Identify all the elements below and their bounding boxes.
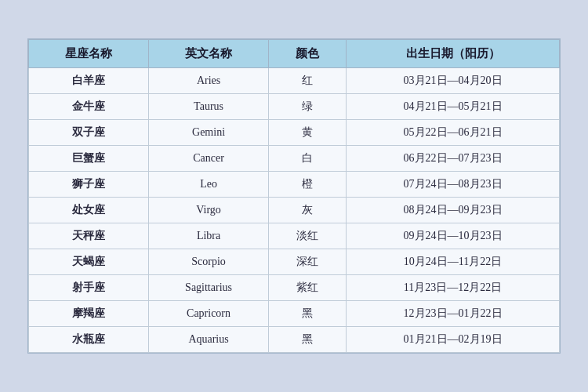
col-header-color: 颜色 <box>269 40 347 68</box>
table-row: 摩羯座Capricorn黑12月23日—01月22日 <box>29 301 560 327</box>
cell-color: 红 <box>269 68 347 94</box>
cell-color: 橙 <box>269 172 347 198</box>
col-header-chinese: 星座名称 <box>29 40 149 68</box>
cell-chinese: 射手座 <box>29 275 149 301</box>
cell-chinese: 白羊座 <box>29 68 149 94</box>
table-header-row: 星座名称 英文名称 颜色 出生日期（阳历） <box>29 40 560 68</box>
cell-english: Sagittarius <box>149 275 269 301</box>
table-row: 处女座Virgo灰08月24日—09月23日 <box>29 198 560 223</box>
cell-english: Leo <box>149 172 269 198</box>
cell-color: 淡红 <box>269 223 347 249</box>
table-row: 狮子座Leo橙07月24日—08月23日 <box>29 172 560 198</box>
cell-chinese: 金牛座 <box>29 94 149 120</box>
cell-chinese: 巨蟹座 <box>29 146 149 172</box>
table-row: 天蝎座Scorpio深红10月24日—11月22日 <box>29 249 560 275</box>
cell-chinese: 天秤座 <box>29 223 149 249</box>
table-row: 白羊座Aries红03月21日—04月20日 <box>29 68 560 94</box>
cell-chinese: 狮子座 <box>29 172 149 198</box>
cell-english: Capricorn <box>149 301 269 327</box>
cell-english: Taurus <box>149 94 269 120</box>
cell-english: Virgo <box>149 198 269 223</box>
cell-dates: 07月24日—08月23日 <box>347 172 560 198</box>
cell-chinese: 处女座 <box>29 198 149 223</box>
col-header-english: 英文名称 <box>149 40 269 68</box>
cell-color: 白 <box>269 146 347 172</box>
cell-dates: 09月24日—10月23日 <box>347 223 560 249</box>
cell-chinese: 摩羯座 <box>29 301 149 327</box>
cell-english: Gemini <box>149 120 269 146</box>
cell-chinese: 双子座 <box>29 120 149 146</box>
cell-color: 黑 <box>269 301 347 327</box>
cell-chinese: 水瓶座 <box>29 327 149 353</box>
table-row: 巨蟹座Cancer白06月22日—07月23日 <box>29 146 560 172</box>
cell-color: 紫红 <box>269 275 347 301</box>
table-row: 射手座Sagittarius紫红11月23日—12月22日 <box>29 275 560 301</box>
cell-english: Libra <box>149 223 269 249</box>
cell-chinese: 天蝎座 <box>29 249 149 275</box>
zodiac-table-container: 星座名称 英文名称 颜色 出生日期（阳历） 白羊座Aries红03月21日—04… <box>27 38 561 354</box>
cell-dates: 05月22日—06月21日 <box>347 120 560 146</box>
table-row: 天秤座Libra淡红09月24日—10月23日 <box>29 223 560 249</box>
cell-dates: 04月21日—05月21日 <box>347 94 560 120</box>
table-row: 水瓶座Aquarius黑01月21日—02月19日 <box>29 327 560 353</box>
cell-dates: 12月23日—01月22日 <box>347 301 560 327</box>
cell-dates: 08月24日—09月23日 <box>347 198 560 223</box>
cell-dates: 01月21日—02月19日 <box>347 327 560 353</box>
table-row: 金牛座Taurus绿04月21日—05月21日 <box>29 94 560 120</box>
cell-dates: 03月21日—04月20日 <box>347 68 560 94</box>
col-header-dates: 出生日期（阳历） <box>347 40 560 68</box>
cell-dates: 10月24日—11月22日 <box>347 249 560 275</box>
cell-english: Aquarius <box>149 327 269 353</box>
cell-dates: 06月22日—07月23日 <box>347 146 560 172</box>
cell-color: 灰 <box>269 198 347 223</box>
cell-dates: 11月23日—12月22日 <box>347 275 560 301</box>
table-row: 双子座Gemini黄05月22日—06月21日 <box>29 120 560 146</box>
zodiac-table: 星座名称 英文名称 颜色 出生日期（阳历） 白羊座Aries红03月21日—04… <box>28 39 560 353</box>
cell-color: 绿 <box>269 94 347 120</box>
cell-english: Aries <box>149 68 269 94</box>
cell-english: Scorpio <box>149 249 269 275</box>
cell-color: 黑 <box>269 327 347 353</box>
cell-color: 深红 <box>269 249 347 275</box>
cell-english: Cancer <box>149 146 269 172</box>
cell-color: 黄 <box>269 120 347 146</box>
